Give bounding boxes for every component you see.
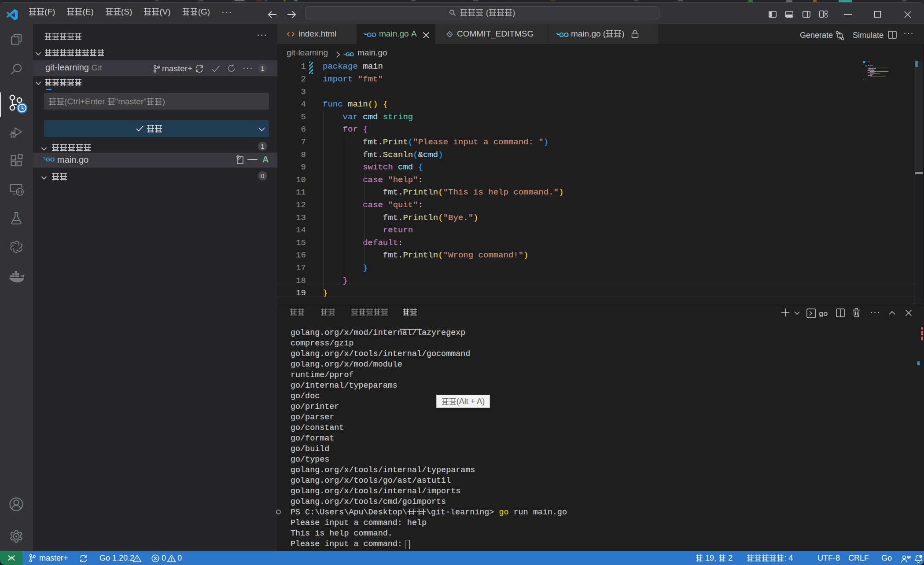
svg-text:GO: GO bbox=[346, 51, 354, 58]
svg-text:GO: GO bbox=[367, 31, 376, 38]
svg-text:GO: GO bbox=[46, 156, 55, 163]
svg-text:GO: GO bbox=[559, 31, 569, 38]
